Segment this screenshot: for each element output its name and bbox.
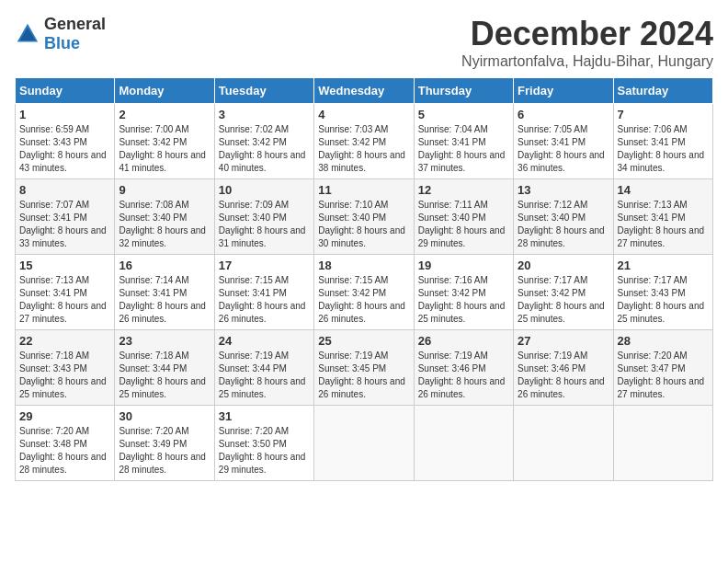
day-number: 20 [518, 259, 609, 272]
weekday-header-friday: Friday [514, 78, 613, 104]
weekday-header-monday: Monday [115, 78, 214, 104]
day-number: 22 [19, 334, 110, 348]
calendar-cell: 1 Sunrise: 6:59 AMSunset: 3:43 PMDayligh… [16, 104, 115, 179]
day-number: 11 [318, 183, 409, 197]
day-number: 12 [418, 183, 509, 197]
logo: General Blue [15, 15, 106, 53]
day-number: 1 [19, 108, 110, 121]
day-number: 14 [618, 183, 709, 197]
day-detail: Sunrise: 7:19 AMSunset: 3:46 PMDaylight:… [518, 350, 609, 401]
calendar-cell: 30 Sunrise: 7:20 AMSunset: 3:49 PMDaylig… [115, 406, 214, 481]
day-detail: Sunrise: 7:10 AMSunset: 3:40 PMDaylight:… [318, 199, 409, 250]
calendar-cell: 9 Sunrise: 7:08 AMSunset: 3:40 PMDayligh… [115, 179, 214, 255]
day-detail: Sunrise: 7:19 AMSunset: 3:46 PMDaylight:… [418, 350, 509, 401]
calendar-cell: 14 Sunrise: 7:13 AMSunset: 3:41 PMDaylig… [613, 179, 712, 255]
day-number: 27 [518, 334, 609, 348]
calendar-cell: 12 Sunrise: 7:11 AMSunset: 3:40 PMDaylig… [414, 179, 513, 255]
calendar-cell: 10 Sunrise: 7:09 AMSunset: 3:40 PMDaylig… [214, 179, 313, 255]
day-detail: Sunrise: 7:19 AMSunset: 3:45 PMDaylight:… [318, 350, 409, 401]
location-subtitle: Nyirmartonfalva, Hajdu-Bihar, Hungary [461, 53, 713, 70]
calendar-cell: 22 Sunrise: 7:18 AMSunset: 3:43 PMDaylig… [16, 330, 115, 406]
day-number: 13 [518, 183, 609, 197]
day-detail: Sunrise: 7:19 AMSunset: 3:44 PMDaylight:… [219, 350, 310, 401]
logo-blue-text: Blue [44, 34, 80, 52]
day-number: 7 [618, 108, 709, 121]
day-number: 26 [418, 334, 509, 348]
calendar-cell: 15 Sunrise: 7:13 AMSunset: 3:41 PMDaylig… [16, 255, 115, 330]
calendar-cell: 17 Sunrise: 7:15 AMSunset: 3:41 PMDaylig… [214, 255, 313, 330]
day-detail: Sunrise: 7:20 AMSunset: 3:50 PMDaylight:… [219, 425, 310, 477]
day-detail: Sunrise: 7:09 AMSunset: 3:40 PMDaylight:… [219, 199, 310, 250]
day-detail: Sunrise: 7:03 AMSunset: 3:42 PMDaylight:… [318, 123, 409, 175]
calendar-cell: 5 Sunrise: 7:04 AMSunset: 3:41 PMDayligh… [414, 104, 513, 179]
weekday-header-wednesday: Wednesday [314, 78, 414, 104]
calendar-cell: 28 Sunrise: 7:20 AMSunset: 3:47 PMDaylig… [613, 330, 712, 406]
day-detail: Sunrise: 7:08 AMSunset: 3:40 PMDaylight:… [119, 199, 210, 250]
title-block: December 2024 Nyirmartonfalva, Hajdu-Bih… [461, 15, 713, 70]
calendar-cell: 7 Sunrise: 7:06 AMSunset: 3:41 PMDayligh… [613, 104, 712, 179]
day-detail: Sunrise: 7:13 AMSunset: 3:41 PMDaylight:… [19, 274, 110, 326]
day-number: 10 [219, 183, 310, 197]
calendar-table: SundayMondayTuesdayWednesdayThursdayFrid… [15, 77, 713, 481]
calendar-week-3: 15 Sunrise: 7:13 AMSunset: 3:41 PMDaylig… [16, 255, 713, 330]
calendar-cell: 21 Sunrise: 7:17 AMSunset: 3:43 PMDaylig… [613, 255, 712, 330]
month-year-title: December 2024 [461, 15, 713, 53]
day-detail: Sunrise: 7:16 AMSunset: 3:42 PMDaylight:… [418, 274, 509, 326]
day-detail: Sunrise: 7:17 AMSunset: 3:42 PMDaylight:… [518, 274, 609, 326]
day-detail: Sunrise: 7:12 AMSunset: 3:40 PMDaylight:… [518, 199, 609, 250]
day-number: 5 [418, 108, 509, 121]
day-detail: Sunrise: 7:20 AMSunset: 3:47 PMDaylight:… [618, 350, 709, 401]
day-detail: Sunrise: 7:14 AMSunset: 3:41 PMDaylight:… [119, 274, 210, 326]
day-detail: Sunrise: 7:02 AMSunset: 3:42 PMDaylight:… [219, 123, 310, 175]
calendar-cell: 4 Sunrise: 7:03 AMSunset: 3:42 PMDayligh… [314, 104, 414, 179]
day-number: 15 [19, 259, 110, 272]
day-detail: Sunrise: 7:06 AMSunset: 3:41 PMDaylight:… [618, 123, 709, 175]
calendar-cell: 3 Sunrise: 7:02 AMSunset: 3:42 PMDayligh… [214, 104, 313, 179]
weekday-header-sunday: Sunday [16, 78, 115, 104]
weekday-header-row: SundayMondayTuesdayWednesdayThursdayFrid… [16, 78, 713, 104]
day-number: 25 [318, 334, 409, 348]
calendar-cell: 20 Sunrise: 7:17 AMSunset: 3:42 PMDaylig… [514, 255, 613, 330]
calendar-cell [314, 406, 414, 481]
day-number: 31 [219, 409, 310, 423]
calendar-cell: 26 Sunrise: 7:19 AMSunset: 3:46 PMDaylig… [414, 330, 513, 406]
calendar-cell: 11 Sunrise: 7:10 AMSunset: 3:40 PMDaylig… [314, 179, 414, 255]
calendar-week-1: 1 Sunrise: 6:59 AMSunset: 3:43 PMDayligh… [16, 104, 713, 179]
calendar-cell [514, 406, 613, 481]
calendar-cell: 18 Sunrise: 7:15 AMSunset: 3:42 PMDaylig… [314, 255, 414, 330]
day-number: 9 [119, 183, 210, 197]
day-number: 28 [618, 334, 709, 348]
day-detail: Sunrise: 7:07 AMSunset: 3:41 PMDaylight:… [19, 199, 110, 250]
day-number: 4 [318, 108, 409, 121]
day-number: 2 [119, 108, 210, 121]
day-number: 23 [119, 334, 210, 348]
day-detail: Sunrise: 7:11 AMSunset: 3:40 PMDaylight:… [418, 199, 509, 250]
day-number: 24 [219, 334, 310, 348]
day-detail: Sunrise: 7:17 AMSunset: 3:43 PMDaylight:… [618, 274, 709, 326]
calendar-cell [613, 406, 712, 481]
day-detail: Sunrise: 7:04 AMSunset: 3:41 PMDaylight:… [418, 123, 509, 175]
day-number: 21 [618, 259, 709, 272]
day-detail: Sunrise: 7:15 AMSunset: 3:42 PMDaylight:… [318, 274, 409, 326]
calendar-cell: 27 Sunrise: 7:19 AMSunset: 3:46 PMDaylig… [514, 330, 613, 406]
calendar-cell: 13 Sunrise: 7:12 AMSunset: 3:40 PMDaylig… [514, 179, 613, 255]
calendar-cell: 19 Sunrise: 7:16 AMSunset: 3:42 PMDaylig… [414, 255, 513, 330]
day-detail: Sunrise: 7:05 AMSunset: 3:41 PMDaylight:… [518, 123, 609, 175]
day-detail: Sunrise: 7:13 AMSunset: 3:41 PMDaylight:… [618, 199, 709, 250]
day-number: 30 [119, 409, 210, 423]
calendar-cell: 23 Sunrise: 7:18 AMSunset: 3:44 PMDaylig… [115, 330, 214, 406]
day-number: 17 [219, 259, 310, 272]
day-detail: Sunrise: 6:59 AMSunset: 3:43 PMDaylight:… [19, 123, 110, 175]
day-number: 6 [518, 108, 609, 121]
calendar-week-4: 22 Sunrise: 7:18 AMSunset: 3:43 PMDaylig… [16, 330, 713, 406]
calendar-cell: 16 Sunrise: 7:14 AMSunset: 3:41 PMDaylig… [115, 255, 214, 330]
weekday-header-tuesday: Tuesday [214, 78, 313, 104]
day-number: 16 [119, 259, 210, 272]
logo-icon [15, 21, 40, 47]
day-detail: Sunrise: 7:00 AMSunset: 3:42 PMDaylight:… [119, 123, 210, 175]
day-detail: Sunrise: 7:20 AMSunset: 3:49 PMDaylight:… [119, 425, 210, 477]
weekday-header-saturday: Saturday [613, 78, 712, 104]
day-number: 3 [219, 108, 310, 121]
calendar-cell: 8 Sunrise: 7:07 AMSunset: 3:41 PMDayligh… [16, 179, 115, 255]
logo-general-text: General [44, 15, 106, 33]
